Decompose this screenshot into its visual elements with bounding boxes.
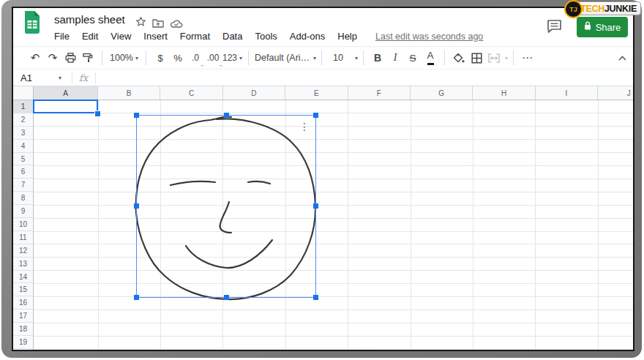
row-header-1[interactable]: 1 — [13, 100, 33, 113]
menu-item-insert[interactable]: Insert — [143, 31, 168, 42]
name-box[interactable]: A1 — [20, 72, 59, 83]
italic-button[interactable]: I — [387, 49, 403, 67]
column-header-B[interactable]: B — [98, 86, 160, 100]
row-header-3[interactable]: 3 — [13, 127, 33, 140]
fill-handle[interactable] — [94, 110, 101, 117]
column-header-J[interactable]: J — [598, 86, 633, 100]
move-to-folder-icon[interactable] — [152, 18, 164, 31]
lock-icon — [584, 21, 591, 33]
font-family-select[interactable]: Default (Ari… — [255, 49, 310, 67]
resize-handle-w[interactable] — [134, 203, 139, 209]
format-currency-button[interactable]: $ — [152, 49, 168, 67]
fill-color-button[interactable] — [451, 49, 467, 67]
row-header-4[interactable]: 4 — [13, 140, 33, 153]
brand-name-right: JUNKIE — [604, 4, 637, 14]
zoom-select[interactable]: 100%▾ — [108, 49, 140, 67]
menu-item-file[interactable]: File — [54, 31, 70, 42]
resize-handle-ne[interactable] — [313, 113, 318, 118]
row-header-13[interactable]: 13 — [13, 258, 33, 271]
row-header-12[interactable]: 12 — [13, 244, 33, 258]
resize-handle-nw[interactable] — [134, 113, 139, 118]
resize-handle-sw[interactable] — [134, 295, 139, 300]
column-header-E[interactable]: E — [285, 86, 348, 100]
column-headers: ABCDEFGHIJ — [34, 86, 633, 100]
comment-history-icon[interactable] — [547, 19, 563, 37]
increase-decimal-button[interactable]: .00→ — [205, 49, 221, 67]
row-header-14[interactable]: 14 — [13, 271, 33, 284]
paint-format-button[interactable] — [80, 49, 96, 67]
row-header-18[interactable]: 18 — [13, 323, 33, 336]
row-header-5[interactable]: 5 — [13, 153, 33, 166]
row-header-10[interactable]: 10 — [13, 218, 33, 231]
borders-button[interactable] — [468, 49, 484, 67]
arrow-right-icon: → — [218, 62, 223, 67]
menubar: File Edit View Insert Format Data Tools … — [54, 31, 483, 42]
row-header-15[interactable]: 15 — [13, 283, 33, 296]
row-header-16[interactable]: 16 — [13, 296, 33, 310]
chevron-down-icon: ▾ — [135, 55, 138, 61]
row-header-11[interactable]: 11 — [13, 231, 33, 244]
menu-item-edit[interactable]: Edit — [82, 31, 98, 42]
star-icon[interactable] — [135, 16, 146, 30]
drawing-options-menu[interactable]: ⋮ — [299, 119, 310, 135]
menu-item-addons[interactable]: Add-ons — [290, 31, 325, 42]
redo-button[interactable]: ↷ — [45, 49, 61, 67]
last-edit-status[interactable]: Last edit was seconds ago — [375, 31, 483, 42]
text-color-button[interactable]: A — [422, 49, 438, 67]
menu-item-help[interactable]: Help — [337, 31, 357, 42]
fx-icon: fx — [79, 72, 88, 83]
drawing-selection-box[interactable] — [136, 115, 316, 298]
row-header-19[interactable]: 19 — [13, 336, 33, 349]
column-header-A[interactable]: A — [34, 86, 98, 100]
toolbar: ↶ ↷ 100%▾ $ % .0← .00→ 123▾ Default (Ari… — [13, 46, 633, 70]
menu-item-tools[interactable]: Tools — [255, 31, 277, 42]
column-header-D[interactable]: D — [223, 86, 285, 100]
row-header-20[interactable]: 20 — [13, 349, 33, 350]
select-all-corner[interactable] — [13, 86, 34, 100]
strikethrough-button[interactable]: S — [405, 49, 421, 67]
column-header-F[interactable]: F — [348, 86, 411, 100]
resize-handle-n[interactable] — [224, 113, 229, 118]
resize-handle-s[interactable] — [224, 295, 229, 300]
format-percent-button[interactable]: % — [170, 49, 186, 67]
chevron-down-icon[interactable]: ▾ — [59, 75, 61, 81]
brand-name-left: TECH — [580, 4, 604, 14]
print-button[interactable] — [62, 49, 78, 67]
column-header-C[interactable]: C — [160, 86, 222, 100]
techjunkie-logo-icon: TJ — [564, 0, 583, 18]
undo-button[interactable]: ↶ — [27, 49, 43, 67]
formula-bar: A1 ▾ fx — [13, 70, 633, 86]
more-formats-button[interactable]: 123▾ — [222, 49, 242, 67]
share-button-label: Share — [596, 22, 621, 33]
decrease-decimal-button[interactable]: .0← — [187, 49, 203, 67]
row-header-7[interactable]: 7 — [13, 179, 33, 192]
hide-menus-button[interactable] — [618, 51, 627, 64]
menu-item-format[interactable]: Format — [180, 31, 210, 42]
column-header-G[interactable]: G — [411, 86, 473, 100]
document-title[interactable]: samples sheet — [54, 13, 125, 26]
chevron-down-icon: ▾ — [505, 55, 508, 61]
techjunkie-badge: TECHJUNKIE — [573, 1, 641, 15]
menu-item-view[interactable]: View — [111, 31, 131, 42]
chevron-down-icon: ▾ — [313, 55, 316, 61]
menu-item-data[interactable]: Data — [222, 31, 242, 42]
column-header-I[interactable]: I — [536, 86, 598, 100]
font-size-select[interactable]: 10 — [328, 49, 348, 67]
row-header-17[interactable]: 17 — [13, 310, 33, 323]
resize-handle-e[interactable] — [313, 203, 318, 209]
bold-button[interactable]: B — [370, 49, 386, 67]
chevron-down-icon: ▾ — [355, 55, 358, 61]
app-window: samples sheet File Edit View Insert Form… — [12, 7, 634, 351]
row-header-9[interactable]: 9 — [13, 205, 33, 218]
more-toolbar-button[interactable]: ⋯ — [520, 49, 536, 67]
row-header-6[interactable]: 6 — [13, 165, 33, 179]
resize-handle-se[interactable] — [313, 295, 318, 300]
share-button[interactable]: Share — [577, 17, 628, 37]
merge-cells-button[interactable] — [486, 49, 502, 67]
column-header-H[interactable]: H — [473, 86, 535, 100]
cloud-saved-icon[interactable] — [171, 18, 183, 31]
row-header-8[interactable]: 8 — [13, 192, 33, 205]
row-header-2[interactable]: 2 — [13, 113, 33, 127]
row-headers: 1234567891011121314151617181920 — [13, 100, 34, 350]
google-sheets-logo-icon — [23, 11, 41, 37]
